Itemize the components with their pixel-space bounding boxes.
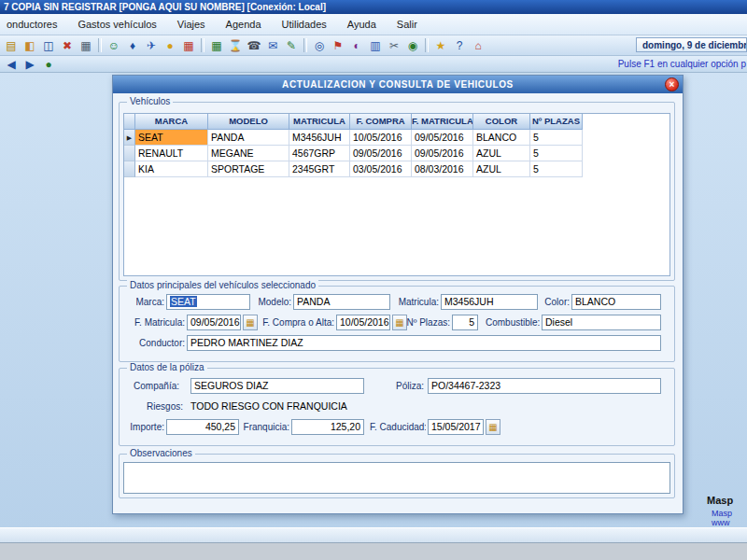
- cell[interactable]: AZUL: [473, 146, 530, 161]
- franquicia-field[interactable]: 125,20: [291, 419, 364, 435]
- cell[interactable]: 4567GRP: [289, 146, 350, 161]
- cell[interactable]: SEAT: [135, 130, 208, 146]
- cell[interactable]: 5: [530, 146, 583, 161]
- menu-item-utilidades[interactable]: Utilidades: [279, 17, 330, 32]
- modelo-field[interactable]: PANDA: [293, 294, 390, 310]
- column-header[interactable]: F. MATRICULA: [412, 114, 473, 130]
- column-header[interactable]: F. COMPRA: [350, 114, 412, 130]
- delete-button[interactable]: ✖: [58, 37, 77, 54]
- refresh-view-button[interactable]: ●: [39, 56, 58, 73]
- menu-item-agenda[interactable]: Agenda: [223, 17, 264, 32]
- cell[interactable]: AZUL: [473, 161, 530, 177]
- dialog-title-bar[interactable]: ACTUALIZACION Y CONSULTA DE VEHICULOS ×: [113, 76, 683, 93]
- application-window: 7 COPIA SIN REGISTRAR [PONGA AQUI SU NOM…: [0, 0, 747, 560]
- search-button[interactable]: ◎: [310, 37, 329, 54]
- cell[interactable]: 03/05/2016: [350, 161, 412, 177]
- observaciones-input[interactable]: [123, 462, 670, 494]
- column-header[interactable]: MODELO: [208, 114, 289, 130]
- exit-button[interactable]: ⌂: [469, 37, 487, 54]
- menu-item-onductores[interactable]: onductores: [4, 17, 60, 32]
- cell[interactable]: 09/05/2016: [412, 130, 473, 146]
- cell[interactable]: SPORTAGE: [208, 161, 289, 177]
- brand-link-1[interactable]: Masp: [712, 509, 732, 518]
- cell[interactable]: MEGANE: [208, 146, 289, 161]
- poliza-field[interactable]: PO/34467-2323: [428, 378, 661, 394]
- f-caducidad-calendar-button[interactable]: ▦: [486, 419, 500, 435]
- cell[interactable]: BLANCO: [473, 130, 530, 146]
- save-button[interactable]: ◫: [39, 37, 58, 54]
- column-header[interactable]: Nº PLAZAS: [530, 114, 583, 130]
- combustible-field[interactable]: Diesel: [542, 315, 661, 330]
- calendar-button[interactable]: ▦: [207, 37, 226, 54]
- color-field[interactable]: BLANCO: [571, 294, 661, 310]
- history-icon: ⌛: [229, 39, 243, 52]
- open-button[interactable]: ◧: [21, 37, 39, 54]
- reports-icon: ▥: [370, 39, 380, 52]
- menu-item-salir[interactable]: Salir: [394, 17, 420, 32]
- cell[interactable]: 09/05/2016: [350, 146, 412, 161]
- close-button[interactable]: ×: [665, 77, 679, 91]
- new-record-button[interactable]: ▤: [2, 37, 21, 54]
- marca-field[interactable]: SEAT: [166, 294, 250, 310]
- flag-button[interactable]: ⚑: [329, 37, 347, 54]
- cell[interactable]: PANDA: [208, 130, 289, 146]
- cell[interactable]: 08/03/2016: [412, 161, 473, 177]
- window-bottom-edge: [0, 544, 747, 560]
- importe-field[interactable]: 450,25: [166, 419, 239, 435]
- column-header[interactable]: MARCA: [135, 114, 208, 130]
- f-caducidad-field[interactable]: 15/05/2017: [428, 419, 484, 435]
- dialog-title: ACTUALIZACION Y CONSULTA DE VEHICULOS: [282, 79, 514, 90]
- cell[interactable]: 5: [530, 130, 583, 146]
- notes-button[interactable]: ✎: [282, 37, 301, 54]
- f-matricula-field[interactable]: 09/05/2016: [187, 315, 241, 330]
- menu-item-viajes[interactable]: Viajes: [175, 17, 208, 32]
- expenses-button[interactable]: ●: [161, 37, 179, 54]
- cell[interactable]: KIA: [135, 161, 208, 177]
- window-title-bar[interactable]: 7 COPIA SIN REGISTRAR [PONGA AQUI SU NOM…: [0, 0, 747, 14]
- cell[interactable]: RENAULT: [135, 146, 208, 161]
- cell[interactable]: 2345GRT: [289, 161, 350, 177]
- column-header[interactable]: COLOR: [473, 114, 530, 130]
- cell[interactable]: 09/05/2016: [412, 146, 473, 161]
- agenda-button[interactable]: ▦: [179, 37, 198, 54]
- conductor-field[interactable]: PEDRO MARTINEZ DIAZ: [187, 335, 661, 351]
- help-icon: ?: [457, 39, 463, 52]
- modelo-label: Modelo:: [245, 294, 291, 310]
- history-button[interactable]: ⌛: [226, 37, 245, 54]
- drivers-button[interactable]: ☺: [105, 37, 123, 54]
- stats-button[interactable]: ◐: [347, 37, 366, 54]
- trips-button[interactable]: ✈: [142, 37, 161, 54]
- cell[interactable]: 10/05/2016: [350, 130, 412, 146]
- mail-icon: ✉: [268, 39, 277, 52]
- favorites-button[interactable]: ★: [431, 37, 450, 54]
- row-indicator[interactable]: [124, 161, 135, 177]
- menu-item-gastos-veh-culos[interactable]: Gastos vehículos: [75, 17, 159, 32]
- cell[interactable]: 5: [530, 161, 583, 177]
- grid-corner[interactable]: [124, 114, 135, 130]
- phone-button[interactable]: ☎: [245, 37, 263, 54]
- refresh-button[interactable]: ◉: [403, 37, 422, 54]
- matricula-field[interactable]: M3456JUH: [441, 294, 538, 310]
- row-indicator[interactable]: [124, 146, 135, 161]
- plazas-field[interactable]: 5: [452, 315, 478, 330]
- vehicles-button[interactable]: ♦: [123, 37, 142, 54]
- help-button[interactable]: ?: [450, 37, 469, 54]
- print-button[interactable]: ▦: [77, 37, 95, 54]
- prev-record-button[interactable]: ◀: [2, 56, 21, 73]
- f-matricula-calendar-button[interactable]: ▦: [243, 315, 258, 330]
- f-matricula-label: F. Matricula:: [121, 315, 185, 330]
- cell[interactable]: M3456JUH: [289, 130, 350, 146]
- table-row: ▶SEATPANDAM3456JUH10/05/201609/05/2016BL…: [124, 130, 669, 146]
- mail-button[interactable]: ✉: [263, 37, 282, 54]
- f-compra-field[interactable]: 10/05/2016: [336, 315, 390, 330]
- tools-button[interactable]: ✂: [385, 37, 403, 54]
- column-header[interactable]: MATRICULA: [289, 114, 350, 130]
- menu-item-ayuda[interactable]: Ayuda: [345, 17, 379, 32]
- reports-button[interactable]: ▥: [366, 37, 385, 54]
- compania-field[interactable]: SEGUROS DIAZ: [190, 378, 364, 394]
- next-record-button[interactable]: ▶: [21, 56, 39, 73]
- row-indicator[interactable]: ▶: [124, 130, 135, 146]
- f-compra-label: F. Compra o Alta:: [258, 315, 334, 330]
- favorites-icon: ★: [436, 39, 446, 52]
- brand-link-2[interactable]: www: [712, 518, 730, 527]
